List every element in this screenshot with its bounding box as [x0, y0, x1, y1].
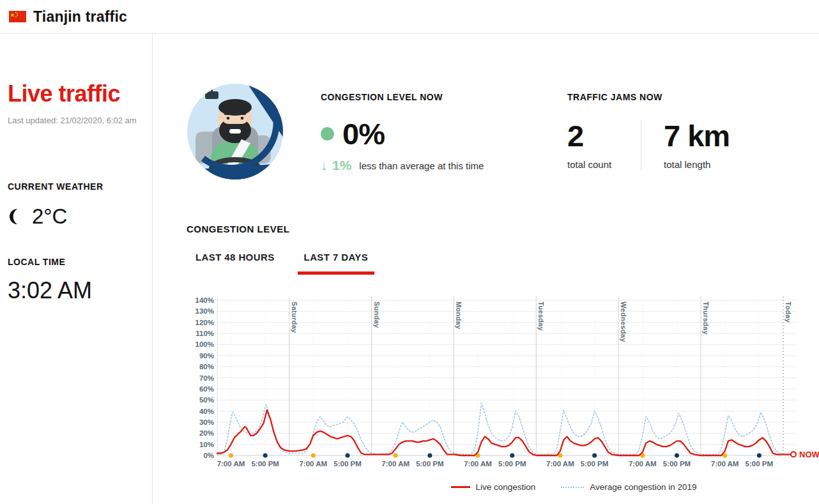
china-flag-icon — [9, 11, 26, 22]
svg-text:140%: 140% — [195, 296, 214, 304]
svg-text:130%: 130% — [195, 307, 214, 315]
svg-text:100%: 100% — [195, 340, 214, 348]
congestion-chart: 0%10%20%30%40%50%60%70%80%90%100%110%120… — [192, 293, 819, 475]
congestion-now-label: CONGESTION LEVEL NOW — [321, 92, 551, 102]
svg-text:Today: Today — [785, 302, 792, 323]
temperature-value: 2°C — [32, 204, 67, 229]
svg-text:5:00 PM: 5:00 PM — [333, 460, 361, 468]
svg-text:5:00 PM: 5:00 PM — [581, 460, 608, 468]
jams-count-col: 2 total count — [567, 120, 618, 170]
svg-text:5:00 PM: 5:00 PM — [416, 460, 443, 468]
svg-text:90%: 90% — [199, 352, 214, 360]
local-time-label: LOCAL TIME — [8, 257, 144, 267]
svg-text:5:00 PM: 5:00 PM — [251, 460, 279, 468]
legend-average-label: Average congestion in 2019 — [590, 482, 696, 492]
svg-text:80%: 80% — [199, 363, 214, 370]
svg-text:7:00 AM: 7:00 AM — [381, 460, 410, 468]
svg-text:7:00 AM: 7:00 AM — [711, 460, 739, 468]
svg-text:120%: 120% — [195, 319, 214, 326]
driver-avatar — [187, 83, 284, 180]
chart-tabs: LAST 48 HOURS LAST 7 DAYS — [189, 252, 374, 275]
svg-text:50%: 50% — [199, 396, 214, 404]
svg-text:NOW: NOW — [799, 450, 819, 459]
status-dot-icon — [321, 127, 334, 141]
congestion-now-block: CONGESTION LEVEL NOW 0% ↓ 1% less than a… — [321, 92, 551, 173]
svg-text:Wednesday: Wednesday — [620, 302, 627, 342]
svg-text:0%: 0% — [203, 452, 214, 459]
svg-text:Monday: Monday — [455, 302, 463, 330]
page-title: Tianjin traffic — [33, 8, 127, 26]
traffic-jams-label: TRAFFIC JAMS NOW — [567, 92, 730, 102]
svg-text:7:00 AM: 7:00 AM — [299, 460, 327, 468]
congestion-now-value: 0% — [342, 119, 385, 149]
dotted-line-swatch-icon — [561, 487, 584, 488]
traffic-jams-block: TRAFFIC JAMS NOW 2 total count 7 km tota… — [567, 92, 730, 170]
congestion-delta-row: ↓ 1% less than average at this time — [321, 158, 551, 173]
jams-length-col: 7 km total length — [664, 120, 730, 170]
svg-text:110%: 110% — [195, 330, 214, 337]
svg-text:40%: 40% — [199, 408, 214, 415]
jams-length-label: total length — [664, 159, 730, 170]
congestion-delta-value: 1% — [332, 158, 351, 173]
congestion-chart-svg: 0%10%20%30%40%50%60%70%80%90%100%110%120… — [192, 293, 819, 475]
svg-text:5:00 PM: 5:00 PM — [663, 460, 691, 468]
weather-row: 2°C — [8, 204, 144, 229]
last-updated-text: Last updated: 21/02/2020, 6:02 am — [8, 116, 144, 125]
svg-text:7:00 AM: 7:00 AM — [546, 460, 574, 468]
legend-live-congestion: Live congestion — [451, 482, 536, 492]
legend-average-congestion: Average congestion in 2019 — [561, 482, 696, 492]
moon-icon — [8, 208, 24, 225]
chart-legend: Live congestion Average congestion in 20… — [266, 482, 819, 492]
svg-text:Saturday: Saturday — [291, 302, 298, 333]
header: Tianjin traffic — [0, 0, 819, 34]
svg-text:70%: 70% — [199, 374, 214, 382]
current-weather-label: CURRENT WEATHER — [8, 181, 144, 192]
svg-text:30%: 30% — [199, 418, 214, 426]
congestion-level-heading: CONGESTION LEVEL — [187, 224, 289, 234]
svg-text:60%: 60% — [199, 385, 214, 393]
svg-text:Sunday: Sunday — [373, 302, 381, 328]
live-traffic-title: Live traffic — [8, 82, 144, 107]
svg-text:7:00 AM: 7:00 AM — [464, 460, 492, 468]
tab-last-7-days[interactable]: LAST 7 DAYS — [298, 252, 375, 275]
traffic-index-page: Tianjin traffic Live traffic Last update… — [0, 0, 819, 504]
svg-text:7:00 AM: 7:00 AM — [217, 460, 245, 468]
solid-line-swatch-icon — [451, 486, 470, 488]
legend-live-label: Live congestion — [476, 482, 536, 492]
svg-text:5:00 PM: 5:00 PM — [746, 460, 773, 468]
local-time-value: 3:02 AM — [8, 277, 144, 304]
jams-count-label: total count — [567, 159, 618, 170]
jams-length-value: 7 km — [664, 120, 730, 151]
sidebar: Live traffic Last updated: 21/02/2020, 6… — [0, 33, 153, 504]
svg-text:Thursday: Thursday — [702, 302, 710, 335]
congestion-value-row: 0% — [321, 119, 551, 149]
svg-text:Tuesday: Tuesday — [537, 302, 545, 331]
congestion-delta-text: less than average at this time — [359, 160, 484, 171]
jams-count-value: 2 — [567, 120, 618, 151]
tab-last-48-hours[interactable]: LAST 48 HOURS — [189, 252, 281, 275]
arrow-down-icon: ↓ — [321, 159, 327, 172]
svg-text:10%: 10% — [199, 441, 214, 448]
svg-text:20%: 20% — [199, 429, 214, 437]
svg-text:7:00 AM: 7:00 AM — [629, 460, 657, 468]
svg-text:5:00 PM: 5:00 PM — [498, 460, 526, 468]
divider — [641, 120, 641, 170]
